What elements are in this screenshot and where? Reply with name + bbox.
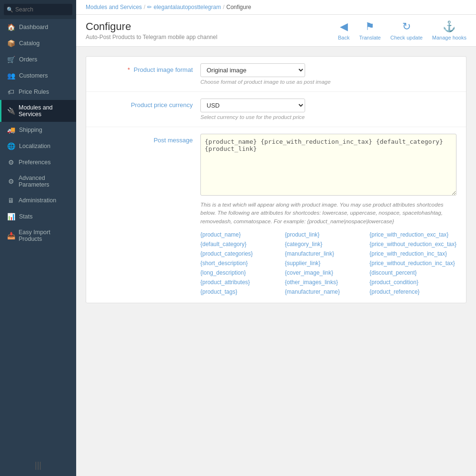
shortcode-item[interactable]: {product_tags} <box>200 288 280 296</box>
localization-icon: 🌐 <box>7 142 15 150</box>
sidebar-item-label: Administration <box>19 197 56 204</box>
sidebar-item-label: Easy Import Products <box>19 229 70 242</box>
sidebar-item-shipping[interactable]: 🚚Shipping <box>0 122 76 138</box>
content-area: * Product image format Original image La… <box>76 47 476 476</box>
sidebar-item-modules[interactable]: 🔌Modules and Services <box>0 100 76 122</box>
shortcode-item[interactable]: {product_condition} <box>369 278 456 287</box>
shortcode-item[interactable]: {product_reference} <box>369 288 456 296</box>
breadcrumb: Modules and Services / ✏ elegantalautopo… <box>76 0 476 15</box>
sidebar-item-label: Catalog <box>19 40 40 47</box>
sidebar-item-customers[interactable]: 👥Customers <box>0 68 76 84</box>
sidebar-item-label: Preferences <box>19 159 50 166</box>
breadcrumb-pen-icon: ✏ <box>147 4 152 10</box>
advanced-parameters-icon: ⚙ <box>7 178 15 185</box>
page-subtitle: Auto-Post Products to Telegram mobile ap… <box>86 34 218 40</box>
sidebar-item-stats[interactable]: 📊Stats <box>0 208 76 225</box>
translate-label: Translate <box>359 35 380 40</box>
sidebar-item-label: Customers <box>19 72 48 79</box>
shortcode-item[interactable]: {long_description} <box>200 268 280 277</box>
shortcode-item[interactable]: {default_category} <box>200 240 280 248</box>
page-header: Configure Auto-Post Products to Telegram… <box>76 15 476 47</box>
product-price-currency-select[interactable]: USD EUR GBP <box>200 99 305 112</box>
orders-icon: 🛒 <box>7 56 15 63</box>
sidebar-item-label: Localization <box>19 143 50 149</box>
shortcode-item[interactable]: {product_name} <box>200 230 280 239</box>
manage-hooks-button[interactable]: ⚓ Manage hooks <box>432 20 466 40</box>
shortcode-item[interactable]: {discount_percent} <box>369 268 456 277</box>
product-image-format-hint: Choose format of product image to use as… <box>200 79 456 85</box>
sidebar-item-label: Stats <box>19 213 33 220</box>
shipping-icon: 🚚 <box>7 126 15 134</box>
shortcode-item[interactable]: {supplier_link} <box>285 259 365 268</box>
product-price-currency-field: USD EUR GBP Select currency to use for t… <box>200 99 456 120</box>
shortcode-item[interactable]: {price_without_reduction_exc_tax} <box>369 240 456 248</box>
post-message-row: Post message {product_name} {price_with_… <box>86 127 466 303</box>
search-icon: 🔍 <box>7 7 13 13</box>
refresh-icon: ↻ <box>402 20 411 33</box>
sidebar-item-administration[interactable]: 🖥Administration <box>0 192 76 208</box>
form-card: * Product image format Original image La… <box>86 56 466 303</box>
sidebar-item-advanced-parameters[interactable]: ⚙Advanced Parameters <box>0 170 76 192</box>
breadcrumb-sep-1: / <box>144 4 145 10</box>
check-update-label: Check update <box>390 35 423 40</box>
shortcode-item[interactable]: {product_attributes} <box>200 278 280 287</box>
product-price-currency-label: Product price currency <box>96 99 200 109</box>
anchor-icon: ⚓ <box>443 20 456 33</box>
product-price-currency-row: Product price currency USD EUR GBP Selec… <box>86 92 466 127</box>
catalog-icon: 📦 <box>7 40 15 47</box>
shortcode-item[interactable]: {other_images_links} <box>285 278 365 287</box>
shortcode-item[interactable]: {price_without_reduction_inc_tax} <box>369 259 456 268</box>
sidebar-item-catalog[interactable]: 📦Catalog <box>0 35 76 51</box>
price-rules-icon: 🏷 <box>7 88 15 96</box>
product-image-format-select[interactable]: Original image Large Medium Small <box>200 63 305 77</box>
shortcode-item[interactable]: {price_with_reduction_inc_tax} <box>369 249 456 258</box>
sidebar: 🔍 🏠Dashboard📦Catalog🛒Orders👥Customers🏷Pr… <box>0 0 76 476</box>
sidebar-item-price-rules[interactable]: 🏷Price Rules <box>0 84 76 100</box>
shortcode-item[interactable]: {cover_image_link} <box>285 268 365 277</box>
translate-icon: ⚑ <box>365 20 375 33</box>
sidebar-item-dashboard[interactable]: 🏠Dashboard <box>0 19 76 35</box>
easy-import-icon: 📥 <box>7 232 15 239</box>
post-message-textarea[interactable]: {product_name} {price_with_reduction_inc… <box>200 134 456 196</box>
product-image-format-label: * Product image format <box>96 63 200 73</box>
sidebar-item-preferences[interactable]: ⚙Preferences <box>0 154 76 170</box>
page-title: Configure <box>86 20 218 33</box>
sidebar-toggle-icon[interactable]: ||| <box>35 460 41 470</box>
sidebar-item-label: Orders <box>19 56 37 63</box>
sidebar-item-label: Dashboard <box>19 24 48 30</box>
breadcrumb-sep-2: / <box>223 4 224 10</box>
shortcode-item[interactable]: {manufacturer_link} <box>285 249 365 258</box>
sidebar-bottom: ||| <box>0 455 76 476</box>
product-price-currency-hint: Select currency to use for the product p… <box>200 114 456 120</box>
sidebar-item-localization[interactable]: 🌐Localization <box>0 138 76 154</box>
preferences-icon: ⚙ <box>7 159 15 166</box>
check-update-button[interactable]: ↻ Check update <box>390 20 423 40</box>
shortcode-item[interactable]: {product_link} <box>285 230 365 239</box>
customers-icon: 👥 <box>7 72 15 79</box>
shortcodes-grid: {product_name}{product_link}{price_with_… <box>200 230 456 296</box>
shortcode-item[interactable]: {short_description} <box>200 259 280 268</box>
stats-icon: 📊 <box>7 213 15 220</box>
manage-hooks-label: Manage hooks <box>432 35 466 40</box>
sidebar-item-easy-import[interactable]: 📥Easy Import Products <box>0 225 76 247</box>
search-input[interactable] <box>4 4 72 15</box>
product-image-format-field: Original image Large Medium Small Choose… <box>200 63 456 85</box>
required-star: * <box>128 66 130 73</box>
main-content: Modules and Services / ✏ elegantalautopo… <box>76 0 476 476</box>
sidebar-item-orders[interactable]: 🛒Orders <box>0 51 76 68</box>
page-header-actions: ◀ Back ⚑ Translate ↻ Check update ⚓ Mana… <box>338 20 466 40</box>
shortcode-item[interactable]: {category_link} <box>285 240 365 248</box>
sidebar-search-container: 🔍 <box>0 0 76 19</box>
breadcrumb-module[interactable]: ✏ elegantalautoposttelegram <box>147 4 221 10</box>
post-message-field: {product_name} {price_with_reduction_inc… <box>200 134 456 296</box>
shortcode-item[interactable]: {price_with_reduction_exc_tax} <box>369 230 456 239</box>
sidebar-item-label: Price Rules <box>19 89 49 95</box>
back-button[interactable]: ◀ Back <box>338 20 349 40</box>
shortcode-item[interactable]: {manufacturer_name} <box>285 288 365 296</box>
breadcrumb-modules[interactable]: Modules and Services <box>86 4 142 10</box>
back-label: Back <box>338 35 349 40</box>
shortcode-item[interactable]: {product_categories} <box>200 249 280 258</box>
breadcrumb-current: Configure <box>227 4 251 10</box>
sidebar-item-label: Advanced Parameters <box>19 175 70 188</box>
translate-button[interactable]: ⚑ Translate <box>359 20 380 40</box>
